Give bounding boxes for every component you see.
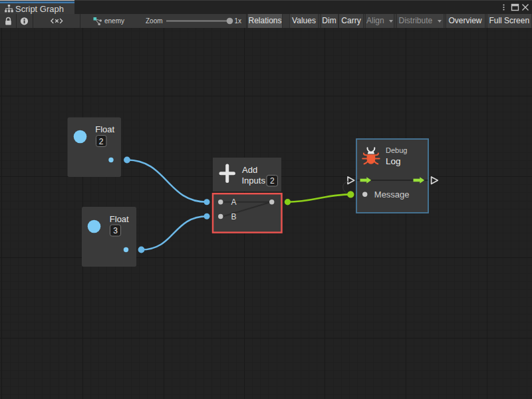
svg-text:2: 2 xyxy=(270,176,275,186)
svg-text:Float: Float xyxy=(110,214,129,224)
svg-text:Float: Float xyxy=(95,124,114,134)
svg-text:Log: Log xyxy=(386,156,401,166)
svg-text:Add: Add xyxy=(242,165,257,175)
svg-text:Debug: Debug xyxy=(386,146,407,154)
svg-text:2: 2 xyxy=(99,137,104,146)
svg-text:3: 3 xyxy=(113,226,118,235)
svg-text:A: A xyxy=(231,198,237,207)
svg-text:Inputs: Inputs xyxy=(242,176,266,186)
svg-text:B: B xyxy=(231,212,237,221)
svg-text:Message: Message xyxy=(374,190,410,200)
